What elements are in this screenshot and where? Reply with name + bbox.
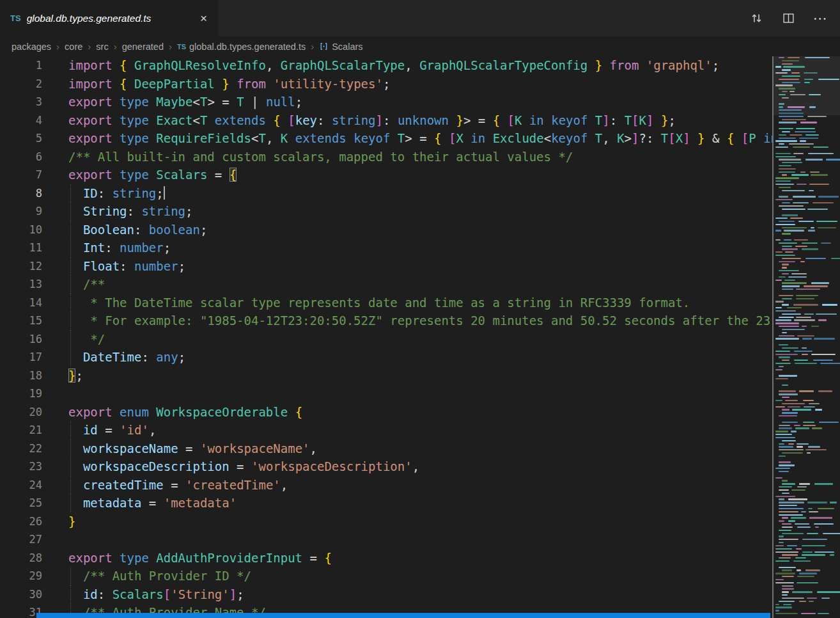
line-number[interactable]: 4 (0, 111, 42, 130)
code-line[interactable]: /** Auth Provider ID */ (68, 567, 772, 585)
minimap-token (775, 434, 792, 435)
breadcrumb-item-packages[interactable]: packages (12, 42, 51, 52)
code-line[interactable]: }; (68, 367, 772, 385)
code-line[interactable]: id = 'id', (68, 421, 772, 440)
tab-close-icon[interactable]: × (198, 11, 210, 26)
line-number[interactable]: 30 (0, 585, 42, 604)
code-line[interactable]: /** (68, 275, 772, 294)
code-line[interactable]: /** All built-in and custom scalars, map… (68, 148, 772, 166)
line-number[interactable]: 7 (0, 166, 42, 184)
line-number[interactable]: 27 (0, 530, 42, 549)
line-number[interactable]: 6 (0, 148, 42, 166)
code-line[interactable]: createdTime = 'createdTime', (68, 476, 772, 495)
code-line[interactable]: export type Scalars = { (68, 166, 772, 184)
minimap-token (775, 218, 788, 219)
code-token: ] (229, 587, 237, 601)
code-token: K (281, 131, 288, 145)
code-token: = (98, 423, 120, 437)
code-token: ?: (639, 131, 661, 145)
code-token: type (120, 551, 156, 565)
code-line[interactable]: import { GraphQLResolveInfo, GraphQLScal… (68, 56, 772, 75)
minimap-token (779, 168, 796, 170)
minimap-token (782, 384, 788, 386)
line-number[interactable]: 10 (0, 221, 42, 239)
breadcrumb-item-core[interactable]: core (65, 42, 82, 52)
code-line[interactable]: Float: number; (68, 257, 772, 276)
code-line[interactable] (68, 384, 772, 403)
open-changes-icon[interactable] (749, 12, 763, 26)
breadcrumb-item-scalars[interactable]: Scalars (319, 42, 362, 52)
line-number[interactable]: 9 (0, 202, 42, 221)
line-number[interactable]: 29 (0, 567, 42, 585)
code-line[interactable]: * For example: "1985-04-12T23:20:50.52Z"… (68, 312, 772, 330)
line-number[interactable]: 5 (0, 129, 42, 148)
code-area[interactable]: import { GraphQLResolveInfo, GraphQLScal… (42, 56, 772, 618)
code-token: 'utility-types' (273, 77, 383, 91)
code-line[interactable]: export enum WorkspaceOrderable { (68, 403, 772, 422)
line-number[interactable]: 16 (0, 330, 42, 349)
minimap-token (779, 511, 798, 512)
code-line[interactable]: DateTime: any; (68, 348, 772, 367)
line-number[interactable]: 13 (0, 275, 42, 294)
breadcrumb-item-src[interactable]: src (96, 42, 108, 52)
line-number[interactable]: 2 (0, 75, 42, 93)
minimap-token (779, 138, 796, 139)
line-number[interactable]: 28 (0, 549, 42, 567)
minimap-token (775, 431, 788, 432)
minimap-token (775, 72, 788, 74)
minimap-token (800, 171, 805, 173)
code-line[interactable]: workspaceDescription = 'workspaceDescrip… (68, 457, 772, 476)
line-number[interactable]: 19 (0, 384, 42, 403)
breadcrumb-item-generated[interactable]: generated (122, 42, 164, 52)
breadcrumb-item-global-db-types-generated-ts[interactable]: TSglobal.db.types.generated.ts (177, 42, 306, 52)
line-number[interactable]: 24 (0, 476, 42, 495)
code-line[interactable]: export type AddAuthProviderInput = { (68, 549, 772, 567)
code-line[interactable]: export type Exact<T extends { [key: stri… (68, 111, 772, 130)
minimap-token (782, 360, 789, 361)
code-line[interactable]: id: Scalars['String']; (68, 585, 772, 604)
code-line[interactable]: * The DateTime scalar type represents da… (68, 294, 772, 312)
code-token: { (434, 131, 441, 145)
minimap-token (791, 72, 800, 74)
minimap-token (813, 360, 832, 361)
more-actions-icon[interactable]: ⋯ (813, 12, 827, 26)
minimap-token (779, 344, 788, 345)
code-line[interactable]: export type RequireFields<T, K extends k… (68, 129, 772, 148)
line-number[interactable]: 23 (0, 457, 42, 476)
line-number[interactable]: 1 (0, 56, 42, 75)
code-token: WorkspaceOrderable (156, 405, 295, 419)
line-number[interactable]: 18 (0, 367, 42, 385)
code-line[interactable] (68, 530, 772, 549)
split-editor-icon[interactable] (781, 12, 795, 26)
line-number[interactable]: 25 (0, 494, 42, 512)
code-line[interactable]: import { DeepPartial } from 'utility-typ… (68, 75, 772, 93)
line-number[interactable]: 17 (0, 348, 42, 367)
code-line[interactable]: String: string; (68, 202, 772, 221)
tab-active-file[interactable]: TS global.db.types.generated.ts × (0, 0, 219, 36)
line-number[interactable]: 15 (0, 312, 42, 330)
code-line[interactable]: metadata = 'metadata' (68, 494, 772, 512)
line-number[interactable]: 12 (0, 257, 42, 276)
code-line[interactable]: */ (68, 330, 772, 349)
minimap-token (782, 527, 793, 528)
line-number[interactable]: 20 (0, 403, 42, 422)
line-number[interactable]: 26 (0, 512, 42, 531)
code-line[interactable]: Int: number; (68, 239, 772, 257)
line-number[interactable]: 3 (0, 93, 42, 111)
minimap-token (779, 449, 804, 450)
code-line[interactable]: } (68, 512, 772, 531)
line-number[interactable]: 21 (0, 421, 42, 440)
breadcrumb-label: Scalars (332, 42, 362, 52)
line-number[interactable]: 22 (0, 440, 42, 458)
code-line[interactable]: workspaceName = 'workspaceName', (68, 440, 772, 458)
minimap-token (775, 184, 794, 185)
line-number[interactable]: 11 (0, 239, 42, 257)
minimap[interactable] (772, 56, 840, 618)
code-line[interactable]: ID: string; (68, 184, 772, 203)
minimap-token (802, 338, 812, 339)
code-line[interactable]: Boolean: boolean; (68, 221, 772, 239)
line-number[interactable]: 8 (0, 184, 42, 203)
code-line[interactable]: export type Maybe<T> = T | null; (68, 93, 772, 111)
minimap-token (799, 483, 810, 484)
line-number[interactable]: 14 (0, 294, 42, 312)
